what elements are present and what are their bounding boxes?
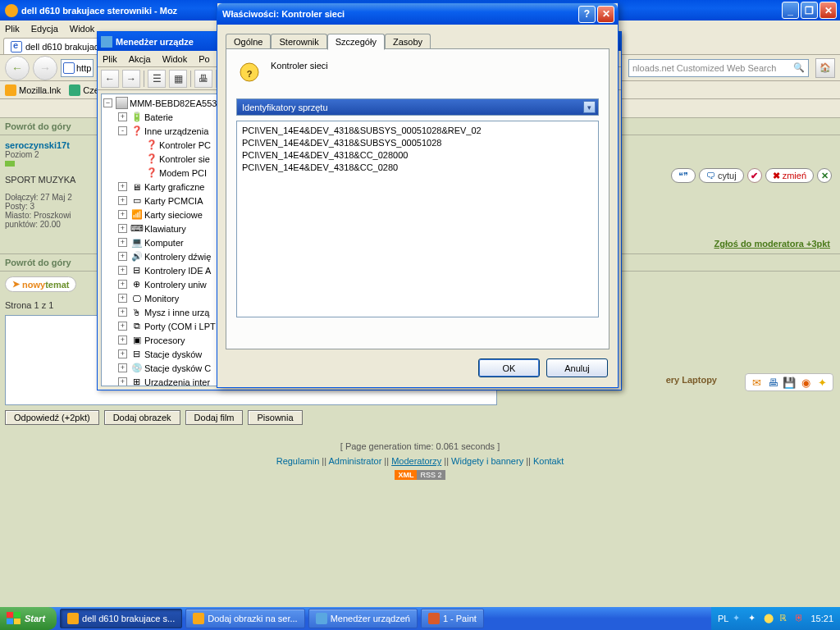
expander-icon[interactable]: +: [118, 322, 127, 331]
expander-icon[interactable]: -: [118, 126, 127, 135]
footer-link[interactable]: Widgety i bannery: [451, 456, 523, 466]
expander-icon[interactable]: +: [118, 266, 127, 275]
collapse-icon[interactable]: −: [103, 98, 112, 107]
quote-button[interactable]: 🗨cytuj: [699, 168, 744, 183]
bookmark-cze[interactable]: Cze: [69, 84, 99, 96]
tab-label: dell d610 brakujace: [25, 42, 103, 52]
submit-reply-button[interactable]: Odpowiedź (+2pkt): [5, 410, 99, 425]
tray-icon[interactable]: ℝ: [779, 613, 791, 624]
close-icon: ✖: [773, 171, 780, 181]
menu-edit[interactable]: Edycja: [31, 24, 58, 34]
back-button[interactable]: ←: [5, 56, 30, 80]
add-image-button[interactable]: Dodaj obrazek: [104, 410, 180, 425]
dot-icon[interactable]: ◉: [798, 376, 813, 389]
tray-icon[interactable]: ⬤: [764, 613, 775, 624]
expander-icon[interactable]: +: [118, 112, 127, 121]
expander-icon[interactable]: +: [118, 252, 127, 261]
tree-label: Karty graficzne: [144, 182, 204, 192]
expander-icon[interactable]: +: [118, 210, 127, 219]
tab-resources[interactable]: Zasoby: [385, 34, 431, 50]
firefox-icon: [5, 84, 16, 96]
taskbar-item[interactable]: dell d610 brakujace s...: [60, 609, 182, 628]
delete-button[interactable]: ✕: [817, 168, 832, 183]
home-button[interactable]: 🏠: [815, 58, 835, 78]
tree-label: Stacje dysków: [144, 349, 202, 359]
menu-file[interactable]: Plik: [5, 24, 20, 34]
tab-details[interactable]: Szczegóły: [327, 34, 385, 50]
taskbar-item[interactable]: Menedżer urządzeń: [308, 609, 418, 628]
close-button[interactable]: ✕: [819, 2, 837, 19]
tab-general[interactable]: Ogólne: [226, 34, 271, 50]
expander-icon[interactable]: +: [118, 294, 127, 303]
taskbar-item[interactable]: Dodaj obrazki na ser...: [185, 609, 304, 628]
tray-icon[interactable]: ✦: [748, 613, 760, 624]
lang-indicator[interactable]: PL: [718, 614, 728, 623]
spellcheck-button[interactable]: Pisownia: [248, 410, 302, 425]
device-icon: ⧉: [130, 320, 143, 332]
footer-link[interactable]: Kontakt: [533, 456, 564, 466]
tab-row: Ogólne Sterownik Szczegóły Zasoby: [226, 33, 431, 49]
expander-icon[interactable]: +: [118, 280, 127, 289]
tree-label: Kontrolery IDE A: [144, 266, 211, 276]
hardware-ids-list[interactable]: PCI\VEN_14E4&DEV_4318&SUBSYS_00051028&RE…: [236, 121, 599, 317]
menu-view[interactable]: Widok: [162, 54, 188, 64]
tb-view[interactable]: ☰: [148, 70, 166, 88]
bookmark-mozilla[interactable]: Mozilla.lnk: [5, 84, 61, 96]
tab-driver[interactable]: Sterownik: [271, 34, 326, 50]
maximize-button[interactable]: ❐: [801, 2, 818, 19]
tray-icon[interactable]: ✦: [733, 613, 744, 624]
menu-action[interactable]: Akcja: [129, 54, 151, 64]
footer-link[interactable]: Administrator: [329, 456, 382, 466]
tb-fwd[interactable]: →: [122, 70, 140, 88]
expander-icon[interactable]: +: [118, 238, 127, 247]
rss-badge[interactable]: RSS 2: [417, 470, 445, 480]
browser-tab[interactable]: dell d610 brakujace: [3, 38, 111, 54]
url-bar[interactable]: http: [61, 59, 94, 77]
tb-print[interactable]: 🖶: [194, 70, 212, 88]
expander-icon[interactable]: +: [118, 196, 127, 205]
footer-link[interactable]: Regulamin: [276, 456, 320, 466]
menu-file[interactable]: Plik: [103, 54, 117, 64]
search-bar[interactable]: nloads.net Customized Web Search 🔍: [628, 59, 809, 77]
clock[interactable]: 15:21: [810, 614, 833, 623]
xml-badge[interactable]: XML: [395, 470, 417, 480]
star-icon[interactable]: ✦: [815, 376, 829, 389]
tree-label: Komputer: [144, 238, 184, 248]
username[interactable]: seroczynski17t: [5, 140, 109, 150]
save-icon[interactable]: 💾: [782, 376, 797, 389]
help-button[interactable]: ?: [578, 6, 596, 23]
edit-button[interactable]: ✖zmień: [765, 168, 814, 183]
windows-flag-icon: [7, 612, 21, 625]
tb-props[interactable]: ▦: [169, 70, 187, 88]
quotes-icon-button[interactable]: ❝❞: [671, 168, 696, 183]
print-icon[interactable]: 🖶: [765, 376, 780, 389]
close-button[interactable]: ✕: [597, 6, 614, 23]
expander-icon[interactable]: +: [118, 349, 127, 358]
tray-icon[interactable]: ⛨: [795, 613, 806, 624]
expander-icon[interactable]: +: [118, 182, 127, 191]
minimize-button[interactable]: _: [782, 2, 799, 19]
add-video-button[interactable]: Dodaj film: [185, 410, 244, 425]
property-dropdown[interactable]: Identyfikatory sprzętu ▾: [236, 98, 599, 116]
footer-link[interactable]: Moderatorzy: [391, 456, 441, 466]
expander-icon[interactable]: +: [118, 308, 127, 317]
cancel-button[interactable]: Anuluj: [546, 358, 608, 377]
expander-icon[interactable]: +: [118, 224, 127, 233]
new-topic-button[interactable]: ➤ nowytemat: [5, 276, 76, 292]
menu-view[interactable]: Widok: [70, 24, 95, 34]
tb-back[interactable]: ←: [101, 70, 119, 88]
forward-button[interactable]: →: [33, 56, 57, 80]
expander-icon[interactable]: +: [118, 363, 127, 372]
expander-icon[interactable]: +: [118, 377, 127, 386]
expander-icon[interactable]: +: [118, 336, 127, 345]
report-link[interactable]: Zgłoś do moderatora +3pkt: [714, 239, 831, 249]
device-icon: ❓: [145, 153, 158, 165]
taskbar-item[interactable]: 1 - Paint: [421, 609, 484, 628]
search-icon[interactable]: 🔍: [793, 62, 805, 73]
mail-icon[interactable]: ✉: [749, 376, 764, 389]
check-button[interactable]: ✔: [747, 168, 762, 183]
menu-po[interactable]: Po: [199, 54, 209, 64]
ok-button[interactable]: OK: [478, 358, 540, 377]
breadcrumb[interactable]: ery Laptopy: [666, 375, 717, 385]
start-button[interactable]: Start: [0, 607, 57, 630]
